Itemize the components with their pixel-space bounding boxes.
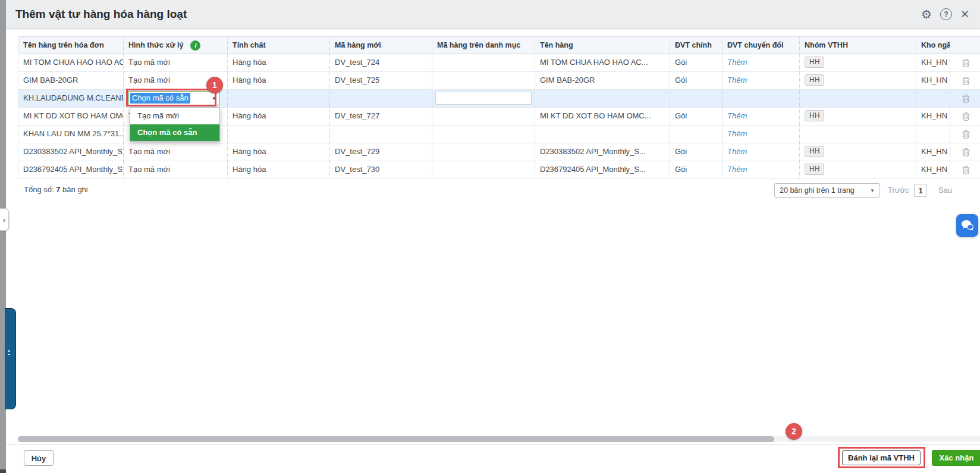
- cell-invoice-name: MI KT DD XOT BO HAM OMC...: [18, 108, 124, 125]
- delete-row-button[interactable]: [950, 108, 980, 125]
- cell-process-type[interactable]: Tạo mã mới: [124, 161, 228, 178]
- cell-group: HH: [800, 143, 916, 161]
- cell-catalog-code[interactable]: [432, 108, 535, 125]
- dropdown-option-highlighted[interactable]: Chọn mã có sẵn: [130, 124, 219, 141]
- cell-new-code[interactable]: [330, 90, 432, 107]
- caret-down-icon: ▼: [870, 188, 875, 193]
- cell-catalog-code[interactable]: [432, 161, 535, 178]
- delete-row-button[interactable]: [950, 126, 980, 143]
- cell-main-unit[interactable]: Gói: [670, 161, 723, 178]
- dropdown-option[interactable]: Tạo mã mới: [130, 108, 219, 124]
- cell-new-code[interactable]: DV_test_730: [330, 161, 432, 178]
- cell-nature[interactable]: [228, 126, 330, 143]
- cell-catalog-code[interactable]: [432, 143, 535, 161]
- cell-item-name[interactable]: D236792405 API_Monthly_S...: [535, 161, 670, 178]
- page-size-select[interactable]: 20 bản ghi trên 1 trang ▼: [774, 183, 880, 198]
- cell-catalog-code[interactable]: [432, 54, 535, 71]
- process-type-dropdown: Tạo mã mới Chọn mã có sẵn: [130, 107, 220, 142]
- cell-new-code[interactable]: DV_test_729: [330, 143, 432, 161]
- cancel-button[interactable]: Hủy: [24, 450, 54, 466]
- cell-item-name[interactable]: MI TOM CHUA HAO HAO AC...: [535, 54, 670, 71]
- cell-new-code[interactable]: [330, 126, 432, 143]
- trash-icon: [962, 59, 970, 67]
- delete-row-button[interactable]: [950, 161, 980, 178]
- cell-catalog-code[interactable]: [432, 126, 535, 143]
- delete-row-button[interactable]: [950, 72, 980, 89]
- horizontal-scrollbar: [18, 436, 980, 442]
- cell-main-unit[interactable]: Gói: [670, 108, 723, 125]
- cell-catalog-code[interactable]: [432, 72, 535, 89]
- cell-process-type[interactable]: Tạo mã mới: [124, 143, 228, 161]
- cell-nature[interactable]: Hàng hóa: [228, 54, 330, 71]
- col-header-main-unit: ĐVT chính: [670, 37, 723, 54]
- cell-warehouse[interactable]: KH_HN: [916, 54, 950, 71]
- cell-item-name[interactable]: GIM BAB-20GR: [535, 72, 670, 89]
- group-badge: HH: [805, 57, 824, 68]
- col-header-group: Nhóm VTHH: [800, 37, 916, 54]
- catalog-code-input[interactable]: [435, 92, 532, 105]
- cell-unit-convert: Thêm: [723, 72, 800, 89]
- cell-item-name[interactable]: [535, 90, 670, 107]
- group-badge: HH: [805, 74, 824, 86]
- trash-icon: [962, 77, 970, 85]
- bulk-add-goods-modal: Thêm vật tư hàng hóa hàng loạt ⚙ ? ✕ Tên…: [6, 0, 980, 473]
- confirm-button[interactable]: Xác nhận: [932, 450, 980, 466]
- page-size-value: 20 bản ghi trên 1 trang: [780, 186, 855, 195]
- close-icon[interactable]: ✕: [960, 8, 969, 21]
- chat-button[interactable]: [956, 214, 978, 237]
- cell-warehouse[interactable]: KH_HN: [916, 72, 950, 89]
- cell-unit-convert: Thêm: [723, 108, 800, 125]
- table-row: GIM BAB-20GR Tạo mã mới Hàng hóa DV_test…: [18, 72, 980, 90]
- horizontal-scrollbar-thumb[interactable]: [18, 436, 774, 442]
- cell-unit-convert: Thêm: [723, 143, 800, 161]
- delete-row-button[interactable]: [950, 54, 980, 71]
- add-unit-link[interactable]: Thêm: [727, 165, 747, 174]
- chat-bubbles-icon: [960, 219, 975, 232]
- cell-warehouse[interactable]: KH_HN: [916, 161, 950, 178]
- cell-item-name[interactable]: MI KT DD XOT BO HAM OMC...: [535, 108, 670, 125]
- add-unit-link[interactable]: Thêm: [727, 147, 747, 156]
- expand-panel-handle[interactable]: ›: [0, 208, 9, 231]
- group-badge: HH: [805, 110, 824, 121]
- cell-unit-convert: [723, 90, 800, 107]
- add-unit-link[interactable]: Thêm: [727, 58, 747, 67]
- cell-item-name[interactable]: D230383502 API_Monthly_S...: [535, 143, 670, 161]
- cell-warehouse[interactable]: KH_HN: [916, 143, 950, 161]
- table-row: D230383502 API_Monthly_S... Tạo mã mới H…: [18, 143, 980, 161]
- add-unit-link[interactable]: Thêm: [727, 129, 747, 138]
- cell-main-unit[interactable]: [670, 90, 723, 107]
- cell-invoice-name: MI TOM CHUA HAO HAO AC...: [18, 54, 124, 71]
- cell-nature[interactable]: [228, 90, 330, 107]
- cell-new-code[interactable]: DV_test_725: [330, 72, 432, 89]
- cell-nature[interactable]: Hàng hóa: [228, 161, 330, 178]
- info-icon[interactable]: i: [190, 40, 200, 51]
- cell-nature[interactable]: Hàng hóa: [228, 108, 330, 125]
- delete-row-button[interactable]: [950, 143, 980, 161]
- cell-new-code[interactable]: DV_test_724: [330, 54, 432, 71]
- recode-vthh-button[interactable]: Đánh lại mã VTHH: [842, 450, 921, 465]
- help-icon[interactable]: ?: [940, 8, 952, 20]
- cell-warehouse[interactable]: [916, 126, 950, 143]
- delete-row-button[interactable]: [950, 90, 980, 107]
- cell-item-name[interactable]: [535, 126, 670, 143]
- cell-main-unit[interactable]: Gói: [670, 143, 723, 161]
- cell-warehouse[interactable]: [916, 90, 950, 107]
- add-unit-link[interactable]: Thêm: [727, 111, 747, 120]
- col-header-unit-convert: ĐVT chuyển đổi: [723, 37, 800, 54]
- cell-nature[interactable]: Hàng hóa: [228, 72, 330, 89]
- cell-main-unit[interactable]: [670, 126, 723, 143]
- cell-nature[interactable]: Hàng hóa: [228, 143, 330, 161]
- cell-process-type[interactable]: Tạo mã mới: [124, 54, 228, 71]
- cell-main-unit[interactable]: Gói: [670, 72, 723, 89]
- settings-icon[interactable]: ⚙: [921, 8, 932, 20]
- side-panel-tab[interactable]: [5, 308, 16, 409]
- cell-main-unit[interactable]: Gói: [670, 54, 723, 71]
- next-page-button[interactable]: Sau: [938, 186, 952, 195]
- add-unit-link[interactable]: Thêm: [727, 76, 747, 84]
- current-page-box[interactable]: 1: [914, 184, 927, 197]
- cell-unit-convert: Thêm: [723, 161, 800, 178]
- cell-invoice-name: KH.LAUDADUNG M.CLEANE...: [18, 90, 124, 107]
- cell-warehouse[interactable]: KH_HN: [916, 108, 950, 125]
- cell-new-code[interactable]: DV_test_727: [330, 108, 432, 125]
- prev-page-button[interactable]: Trước: [888, 186, 909, 195]
